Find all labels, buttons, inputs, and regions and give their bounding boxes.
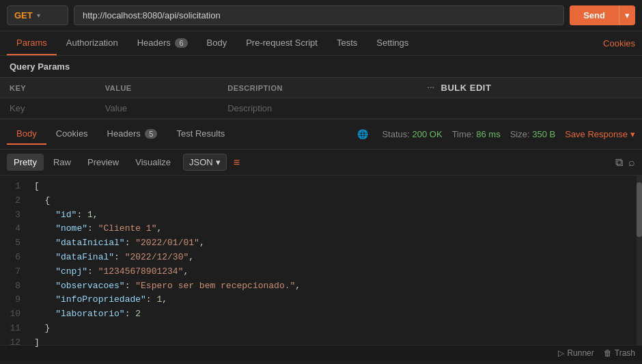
col-actions: ⋯ Bulk Edit bbox=[417, 78, 642, 98]
runner-label: Runner bbox=[567, 348, 594, 358]
rtab-headers[interactable]: Headers 5 bbox=[98, 124, 167, 145]
fmt-tab-preview[interactable]: Preview bbox=[81, 154, 126, 171]
url-input[interactable] bbox=[74, 5, 564, 25]
row-actions-cell bbox=[417, 98, 642, 119]
tab-authorization[interactable]: Authorization bbox=[57, 31, 128, 55]
runner-button[interactable]: ▷ Runner bbox=[558, 348, 594, 358]
globe-icon: 🌐 bbox=[357, 129, 368, 139]
cookies-link[interactable]: Cookies bbox=[603, 38, 635, 48]
table-row: Key Value Description bbox=[0, 98, 642, 119]
tab-settings[interactable]: Settings bbox=[367, 31, 418, 55]
send-dropdown-button[interactable]: ▾ bbox=[619, 5, 635, 25]
status-value: 200 OK bbox=[413, 129, 443, 139]
request-tabs: Params Authorization Headers 6 Body Pre-… bbox=[0, 31, 642, 56]
code-wrapper: 123456789101112 [ { "id": 1, "nome": "Cl… bbox=[0, 176, 642, 345]
key-cell[interactable]: Key bbox=[0, 98, 96, 119]
filter-icon[interactable]: ≡ bbox=[234, 156, 240, 169]
response-headers-badge: 5 bbox=[145, 129, 157, 139]
tab-body[interactable]: Body bbox=[197, 31, 237, 55]
rtab-cookies[interactable]: Cookies bbox=[46, 124, 98, 145]
bottom-bar: ▷ Runner 🗑 Trash bbox=[0, 345, 642, 361]
response-meta: 🌐 Status: 200 OK Time: 86 ms Size: 350 B… bbox=[357, 129, 635, 139]
headers-badge: 6 bbox=[175, 38, 187, 48]
method-label: GET bbox=[14, 10, 33, 20]
trash-label: Trash bbox=[615, 348, 635, 358]
response-tabs-bar: Body Cookies Headers 5 Test Results 🌐 St… bbox=[0, 119, 642, 150]
format-select[interactable]: JSON ▾ bbox=[183, 154, 227, 171]
runner-icon: ▷ bbox=[558, 348, 564, 358]
save-response-button[interactable]: Save Response ▾ bbox=[565, 129, 635, 139]
time-value: 86 ms bbox=[476, 129, 500, 139]
chevron-down-icon: ▾ bbox=[630, 129, 635, 139]
more-options-icon[interactable]: ⋯ bbox=[427, 84, 435, 92]
query-params-label: Query Params bbox=[10, 61, 70, 72]
line-numbers: 123456789101112 bbox=[0, 176, 27, 345]
fmt-tab-visualize[interactable]: Visualize bbox=[128, 154, 178, 171]
description-cell[interactable]: Description bbox=[218, 98, 417, 119]
query-params-section: Query Params bbox=[0, 56, 642, 77]
trash-icon: 🗑 bbox=[604, 348, 612, 358]
tab-tests[interactable]: Tests bbox=[327, 31, 367, 55]
status-label-text: Status: 200 OK bbox=[382, 129, 442, 139]
scrollbar-track[interactable] bbox=[637, 176, 642, 345]
search-icon[interactable]: ⌕ bbox=[628, 156, 635, 169]
params-table: KEY VALUE DESCRIPTION ⋯ Bulk Edit Key Va… bbox=[0, 77, 642, 119]
scrollbar-thumb[interactable] bbox=[637, 182, 642, 237]
response-section: Body Cookies Headers 5 Test Results 🌐 St… bbox=[0, 119, 642, 345]
col-value: VALUE bbox=[96, 78, 219, 98]
method-select[interactable]: GET ▾ bbox=[7, 5, 68, 25]
tab-prerequest[interactable]: Pre-request Script bbox=[236, 31, 327, 55]
chevron-down-icon: ▾ bbox=[216, 157, 221, 167]
size-label-text: Size: 350 B bbox=[510, 129, 556, 139]
col-key: KEY bbox=[0, 78, 96, 98]
tab-headers[interactable]: Headers 6 bbox=[128, 31, 197, 55]
time-label-text: Time: 86 ms bbox=[452, 129, 501, 139]
chevron-down-icon: ▾ bbox=[37, 12, 40, 19]
top-bar: GET ▾ Send ▾ bbox=[0, 0, 642, 31]
size-value: 350 B bbox=[532, 129, 555, 139]
format-bar: Pretty Raw Preview Visualize JSON ▾ ≡ ⧉ … bbox=[0, 150, 642, 176]
code-content[interactable]: [ { "id": 1, "nome": "Cliente 1", "dataI… bbox=[27, 176, 637, 345]
send-button[interactable]: Send bbox=[570, 5, 619, 25]
response-tabs: Body Cookies Headers 5 Test Results bbox=[7, 124, 234, 145]
rtab-body[interactable]: Body bbox=[7, 124, 46, 145]
format-select-value: JSON bbox=[189, 157, 213, 167]
value-cell[interactable]: Value bbox=[96, 98, 219, 119]
tab-params[interactable]: Params bbox=[7, 31, 57, 55]
fmt-tab-pretty[interactable]: Pretty bbox=[7, 154, 44, 171]
trash-button[interactable]: 🗑 Trash bbox=[604, 348, 635, 358]
format-actions: ⧉ ⌕ bbox=[615, 156, 635, 169]
bulk-edit-button[interactable]: Bulk Edit bbox=[441, 83, 492, 93]
fmt-tab-raw[interactable]: Raw bbox=[46, 154, 78, 171]
col-description: DESCRIPTION bbox=[218, 78, 417, 98]
copy-icon[interactable]: ⧉ bbox=[615, 156, 623, 169]
rtab-test-results[interactable]: Test Results bbox=[167, 124, 234, 145]
send-button-group: Send ▾ bbox=[570, 5, 635, 25]
